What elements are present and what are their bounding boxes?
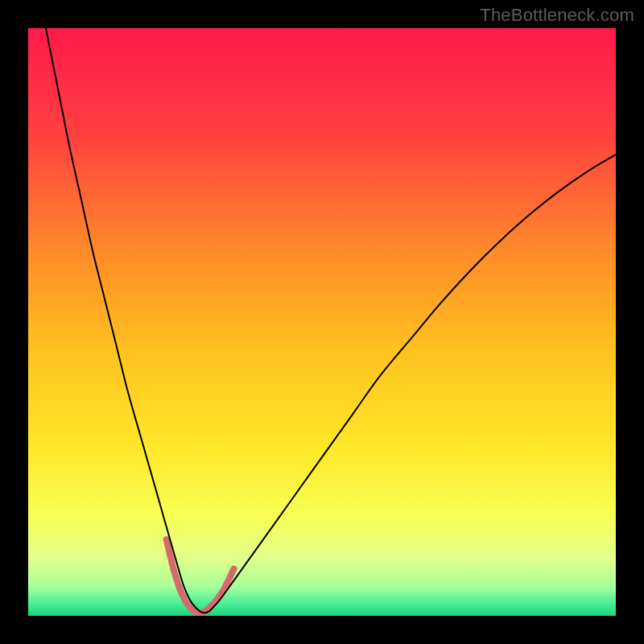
- bottom-highlight-path: [167, 539, 234, 613]
- curve-layer: [28, 28, 616, 616]
- watermark-text: TheBottleneck.com: [480, 5, 634, 26]
- bottleneck-curve-path: [46, 28, 616, 613]
- plot-area: [28, 28, 616, 616]
- chart-frame: TheBottleneck.com: [0, 0, 644, 644]
